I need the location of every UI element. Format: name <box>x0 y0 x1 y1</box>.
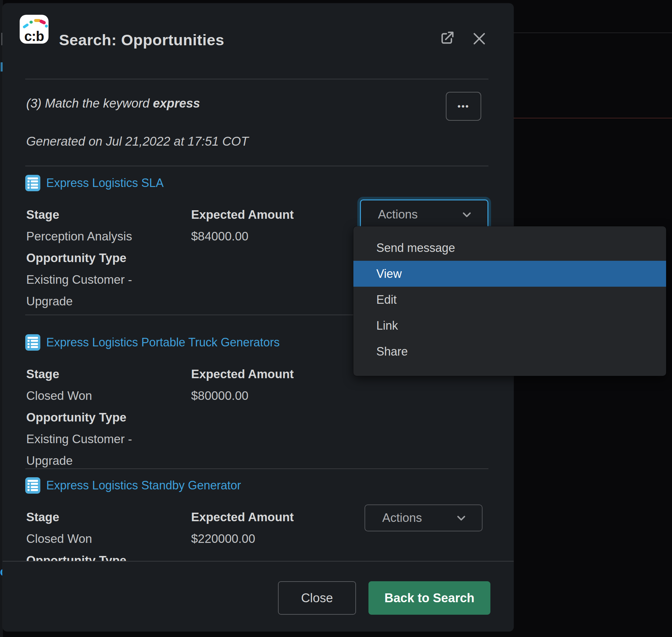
logo-dash-blue <box>22 23 29 29</box>
menu-item-share[interactable]: Share <box>353 339 666 364</box>
logo-dot-blue <box>45 24 48 28</box>
menu-item-view[interactable]: View <box>353 261 666 287</box>
background-fragment: c <box>0 565 2 579</box>
record-list-icon <box>25 477 40 494</box>
app-logo: c:b <box>20 15 49 43</box>
query-prefix: (3) Match the keyword <box>26 96 149 110</box>
actions-dropdown-record-3[interactable]: Actions <box>365 505 483 531</box>
field-label-stage: Stage <box>26 507 180 528</box>
background-divider <box>511 118 672 119</box>
section-divider <box>25 468 488 469</box>
background-divider <box>511 33 672 33</box>
modal-footer: Close Back to Search <box>3 561 514 632</box>
record-link-express-logistics-sla[interactable]: Express Logistics SLA <box>25 175 164 191</box>
field-value-stage: Perception Analysis <box>26 226 180 247</box>
field-label-opportunity-type: Opportunity Type <box>26 247 180 269</box>
logo-dot-green <box>30 21 33 24</box>
background-fragment <box>1 33 2 45</box>
chevron-down-icon <box>461 209 472 220</box>
field-label-opportunity-type: Opportunity Type <box>26 407 180 429</box>
field-label-expected-amount: Expected Amount <box>191 363 294 385</box>
more-options-button[interactable]: ••• <box>446 92 481 121</box>
page-title: Search: Opportunities <box>59 31 224 49</box>
record-fields: Stage Perception Analysis Opportunity Ty… <box>26 204 294 312</box>
field-label-expected-amount: Expected Amount <box>191 204 294 226</box>
field-value-stage: Closed Won <box>26 528 180 550</box>
close-icon[interactable] <box>471 30 488 47</box>
field-value-opportunity-type: Existing Customer - Upgrade <box>26 269 180 312</box>
field-label-stage: Stage <box>26 204 180 226</box>
generated-timestamp: Generated on Jul 21,2022 at 17:51 COT <box>26 134 248 149</box>
menu-item-link[interactable]: Link <box>353 313 666 339</box>
field-value-opportunity-type: Existing Customer - Upgrade <box>26 429 180 472</box>
query-keyword: express <box>153 96 200 110</box>
logo-dash-red <box>39 19 46 25</box>
section-divider <box>25 166 488 166</box>
record-fields: Stage Closed Won Opportunity Type Existi… <box>26 363 294 472</box>
open-external-icon[interactable] <box>438 30 456 47</box>
query-summary: (3) Match the keyword express <box>26 96 200 111</box>
record-title-link[interactable]: Express Logistics Portable Truck Generat… <box>46 335 280 349</box>
field-value-stage: Closed Won <box>26 385 180 407</box>
ellipsis-icon: ••• <box>458 101 469 111</box>
back-to-search-button[interactable]: Back to Search <box>369 581 490 615</box>
actions-label: Actions <box>382 511 422 525</box>
record-title-link[interactable]: Express Logistics Standby Generator <box>46 478 241 492</box>
actions-label: Actions <box>378 207 417 221</box>
record-link-express-logistics-standby-generator[interactable]: Express Logistics Standby Generator <box>25 477 241 494</box>
field-label-stage: Stage <box>26 363 180 385</box>
actions-menu: Send message View Edit Link Share <box>353 226 666 376</box>
record-list-icon <box>25 175 40 191</box>
record-list-icon <box>25 334 40 351</box>
logo-text: c:b <box>20 29 49 44</box>
field-value-expected-amount: $220000.00 <box>191 528 294 550</box>
record-link-express-logistics-portable-truck-generators[interactable]: Express Logistics Portable Truck Generat… <box>25 334 280 351</box>
menu-item-send-message[interactable]: Send message <box>353 235 666 261</box>
actions-dropdown-record-1[interactable]: Actions <box>360 199 488 230</box>
field-value-expected-amount: $80000.00 <box>191 385 294 407</box>
field-label-expected-amount: Expected Amount <box>191 507 294 528</box>
field-value-expected-amount: $84000.00 <box>191 226 294 247</box>
record-title-link[interactable]: Express Logistics SLA <box>46 176 164 190</box>
chevron-down-icon <box>456 512 467 524</box>
close-button[interactable]: Close <box>278 581 356 615</box>
menu-item-edit[interactable]: Edit <box>353 287 666 313</box>
header-divider <box>25 79 488 79</box>
